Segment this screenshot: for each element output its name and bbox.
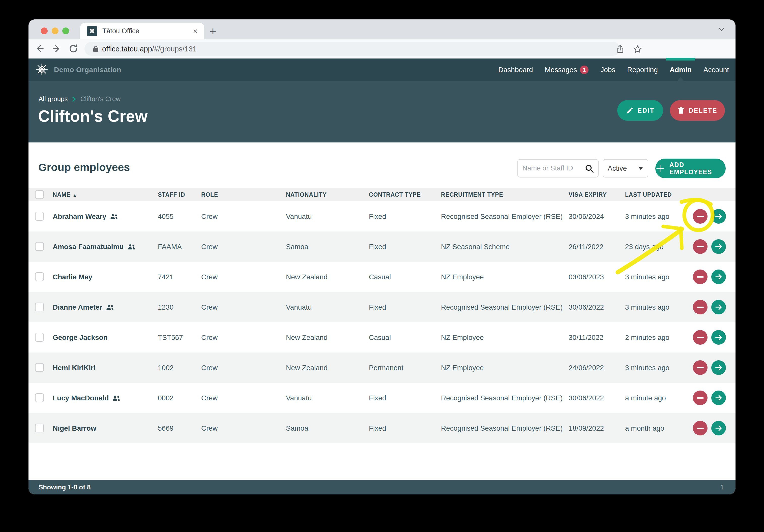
back-icon[interactable] (35, 44, 45, 55)
employee-name-link[interactable]: Hemi KiriKiri (53, 364, 96, 372)
table-row: Nigel Barrow5669CrewSamoaFixedRecognised… (29, 413, 735, 443)
new-tab-button[interactable]: + (210, 25, 216, 38)
add-employees-button[interactable]: ADD EMPLOYEES (655, 159, 726, 178)
remove-employee-button[interactable] (693, 300, 707, 314)
tatou-logo-icon[interactable] (35, 63, 48, 77)
page-title: Clifton's Crew (38, 107, 148, 125)
employee-name-link[interactable]: Charlie May (53, 273, 92, 281)
search-input[interactable] (522, 161, 583, 175)
open-employee-button[interactable] (711, 239, 726, 254)
column-header-contract-type[interactable]: CONTRACT TYPE (369, 191, 421, 198)
row-checkbox[interactable] (35, 333, 44, 342)
visa-expiry-cell: 30/11/2022 (569, 334, 603, 342)
url-bar[interactable]: office.tatou.app/#/groups/131 (85, 42, 620, 56)
remove-employee-button[interactable] (693, 330, 707, 345)
remove-employee-button[interactable] (693, 421, 707, 436)
open-employee-button[interactable] (711, 330, 726, 345)
delete-group-button[interactable]: DELETE (670, 100, 725, 121)
nav-item-reporting[interactable]: Reporting (627, 66, 658, 74)
employee-name-link[interactable]: Amosa Faamatuaimu (53, 243, 135, 251)
employee-name-link[interactable]: Abraham Weary (53, 213, 118, 221)
open-employee-button[interactable] (711, 360, 726, 375)
contract-type-cell: Fixed (369, 394, 386, 402)
last-updated-cell: a minute ago (625, 394, 666, 402)
row-checkbox[interactable] (35, 393, 44, 402)
column-header-nationality[interactable]: NATIONALITY (286, 191, 327, 198)
row-checkbox[interactable] (35, 424, 44, 433)
open-employee-button[interactable] (711, 391, 726, 405)
row-checkbox[interactable] (35, 242, 44, 251)
minus-icon (697, 397, 704, 399)
arrow-right-icon (714, 333, 723, 342)
table-header: NAME▲STAFF IDROLENATIONALITYCONTRACT TYP… (29, 188, 735, 201)
column-header-staff-id[interactable]: STAFF ID (158, 191, 185, 198)
pencil-icon (626, 107, 634, 114)
table-footer: Showing 1-8 of 8 1 (29, 480, 735, 494)
remove-employee-button[interactable] (693, 209, 707, 224)
close-window-button[interactable] (41, 28, 48, 34)
zoom-window-button[interactable] (62, 28, 69, 34)
recruitment-type-cell: Recognised Seasonal Employer (RSE) (441, 424, 563, 433)
trash-icon (677, 107, 684, 114)
group-members-icon (106, 304, 114, 311)
row-checkbox[interactable] (35, 272, 44, 281)
contract-type-cell: Fixed (369, 243, 386, 251)
nav-item-messages[interactable]: Messages1 (545, 66, 589, 74)
employee-name-link[interactable]: Dianne Ameter (53, 303, 114, 311)
nav-item-jobs[interactable]: Jobs (600, 66, 615, 74)
share-icon[interactable] (616, 45, 625, 55)
employee-name-link[interactable]: Lucy MacDonald (53, 394, 120, 402)
column-header-role[interactable]: ROLE (201, 191, 218, 198)
table-row: Abraham Weary4055CrewVanuatuFixedRecogni… (29, 201, 735, 232)
remove-employee-button[interactable] (693, 360, 707, 375)
forward-icon[interactable] (52, 44, 62, 55)
remove-employee-button[interactable] (693, 239, 707, 254)
column-header-visa-expiry[interactable]: VISA EXPIRY (569, 191, 607, 198)
minus-icon (697, 367, 704, 368)
row-checkbox[interactable] (35, 363, 44, 372)
status-filter-select[interactable]: Active (603, 159, 648, 178)
employee-name-link[interactable]: Nigel Barrow (53, 424, 96, 433)
staff-id-cell: TST567 (158, 334, 183, 342)
arrow-right-icon (714, 212, 723, 221)
open-employee-button[interactable] (711, 209, 726, 224)
nav-item-admin[interactable]: Admin (670, 66, 692, 74)
visa-expiry-cell: 18/09/2022 (569, 424, 604, 433)
minimize-window-button[interactable] (52, 28, 59, 34)
open-employee-button[interactable] (711, 421, 726, 436)
remove-employee-button[interactable] (693, 391, 707, 405)
reload-icon[interactable] (68, 44, 79, 55)
recruitment-type-cell: NZ Seasonal Scheme (441, 243, 509, 251)
browser-tab[interactable]: Tātou Office × (80, 23, 204, 39)
column-header-recruitment-type[interactable]: RECRUITMENT TYPE (441, 191, 503, 198)
app-navbar: Demo Organisation DashboardMessages1Jobs… (29, 59, 735, 81)
bookmark-star-icon[interactable] (633, 45, 642, 55)
breadcrumb-current: Clifton's Crew (81, 95, 121, 103)
close-tab-icon[interactable]: × (193, 27, 198, 36)
open-employee-button[interactable] (711, 269, 726, 284)
last-updated-cell: 3 minutes ago (625, 273, 669, 281)
remove-employee-button[interactable] (693, 269, 707, 284)
nav-item-account[interactable]: Account (703, 66, 729, 74)
select-all-checkbox[interactable] (35, 190, 44, 199)
messages-badge: 1 (580, 66, 589, 74)
nav-item-dashboard[interactable]: Dashboard (498, 66, 533, 74)
page-number[interactable]: 1 (720, 483, 724, 491)
table-row: Charlie May7421CrewNew ZealandCasualNZ E… (29, 262, 735, 292)
last-updated-cell: 3 minutes ago (625, 213, 669, 221)
search-icon[interactable] (584, 164, 595, 175)
row-checkbox[interactable] (35, 302, 44, 311)
delete-label: DELETE (688, 107, 717, 114)
breadcrumb-all-groups[interactable]: All groups (39, 95, 68, 103)
employee-name-link[interactable]: George Jackson (53, 334, 108, 342)
nationality-cell: Vanuatu (286, 213, 312, 221)
minus-icon (697, 337, 704, 338)
column-header-last-updated[interactable]: LAST UPDATED (625, 191, 672, 198)
row-checkbox[interactable] (35, 212, 44, 221)
column-header-name[interactable]: NAME▲ (53, 191, 77, 198)
browser-toolbar: office.tatou.app/#/groups/131 9+ Update (29, 39, 735, 59)
tab-list-chevron-icon[interactable] (717, 27, 726, 34)
last-updated-cell: a month ago (625, 424, 665, 433)
open-employee-button[interactable] (711, 300, 726, 314)
edit-group-button[interactable]: EDIT (617, 100, 663, 121)
